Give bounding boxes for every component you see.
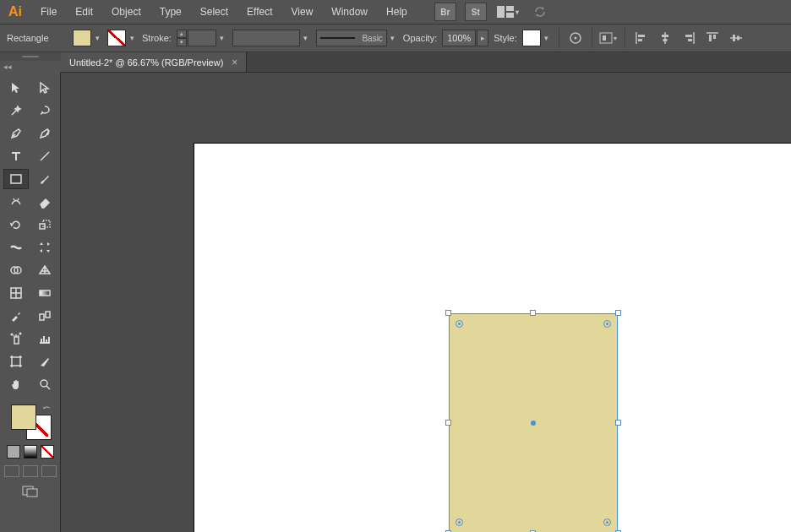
brush-field[interactable]: Basic xyxy=(316,30,387,46)
eyedropper-tool[interactable] xyxy=(3,306,29,326)
swap-fill-stroke-icon[interactable]: ⤺ xyxy=(43,403,50,412)
selected-rectangle[interactable] xyxy=(449,313,618,532)
stroke-weight-field[interactable]: ▴▾ ▾ xyxy=(177,30,227,46)
magic-wand-tool[interactable] xyxy=(3,100,29,121)
blend-tool[interactable] xyxy=(32,306,57,326)
screen-mode-button[interactable] xyxy=(0,486,60,497)
document-tab[interactable]: Untitled-2* @ 66.67% (RGB/Preview) × xyxy=(61,52,247,72)
mesh-tool[interactable] xyxy=(3,283,29,303)
direct-selection-tool[interactable] xyxy=(32,78,57,98)
close-tab-button[interactable]: × xyxy=(232,57,237,68)
scale-tool[interactable] xyxy=(32,214,57,235)
menu-type[interactable]: Type xyxy=(151,3,190,21)
chevron-down-icon[interactable]: ▾ xyxy=(217,30,227,46)
shape-builder-tool[interactable] xyxy=(3,260,29,280)
selection-tool[interactable] xyxy=(3,78,29,98)
recolor-artwork-button[interactable] xyxy=(566,29,585,47)
type-tool[interactable] xyxy=(3,146,29,166)
bridge-button[interactable]: Br xyxy=(434,3,456,21)
rectangle-tool[interactable] xyxy=(3,169,29,189)
opacity-expand-icon[interactable]: ▸ xyxy=(477,30,488,46)
stroke-swatch-group[interactable]: ▾ xyxy=(107,30,137,46)
align-right-button[interactable] xyxy=(679,29,698,47)
resize-handle-tl[interactable] xyxy=(445,310,451,316)
menu-help[interactable]: Help xyxy=(378,3,416,21)
symbol-sprayer-tool[interactable] xyxy=(3,328,29,349)
sync-settings-button[interactable] xyxy=(529,3,551,21)
free-transform-tool[interactable] xyxy=(32,237,57,258)
menu-select[interactable]: Select xyxy=(192,3,237,21)
corner-radius-handle[interactable] xyxy=(456,518,463,526)
color-mode-solid[interactable] xyxy=(7,445,20,459)
resize-handle-ml[interactable] xyxy=(445,420,451,426)
menu-file[interactable]: File xyxy=(32,3,65,21)
shaper-tool[interactable] xyxy=(3,192,29,212)
collapse-panel-button[interactable]: ◂◂ xyxy=(0,61,15,73)
brush-definition[interactable]: Basic ▾ xyxy=(316,30,398,46)
draw-behind-button[interactable] xyxy=(23,465,38,477)
opacity-control[interactable]: 100% ▸ xyxy=(442,30,488,46)
svg-rect-31 xyxy=(14,337,19,344)
opacity-input[interactable]: 100% xyxy=(442,30,476,46)
chevron-down-icon[interactable]: ▾ xyxy=(127,30,137,46)
draw-inside-button[interactable] xyxy=(41,465,57,477)
artboard-tool[interactable] xyxy=(3,351,29,372)
menu-object[interactable]: Object xyxy=(103,3,150,21)
menu-effect[interactable]: Effect xyxy=(238,3,281,21)
resize-handle-tm[interactable] xyxy=(530,310,536,316)
eraser-tool[interactable] xyxy=(32,192,57,212)
perspective-grid-tool[interactable] xyxy=(32,260,57,280)
slice-tool[interactable] xyxy=(32,351,57,372)
corner-radius-handle[interactable] xyxy=(603,320,611,328)
corner-radius-handle[interactable] xyxy=(603,518,611,526)
chevron-down-icon[interactable]: ▾ xyxy=(92,30,102,46)
stock-button[interactable]: St xyxy=(465,3,487,21)
menu-window[interactable]: Window xyxy=(323,3,376,21)
color-mode-none[interactable] xyxy=(41,445,54,459)
style-swatch[interactable] xyxy=(522,30,541,46)
fill-swatch[interactable] xyxy=(73,30,91,46)
width-tool[interactable] xyxy=(3,237,29,258)
stroke-weight-input[interactable] xyxy=(188,30,216,46)
align-top-button[interactable] xyxy=(703,29,722,47)
align-left-button[interactable] xyxy=(632,29,651,47)
rotate-tool[interactable] xyxy=(3,214,29,235)
opacity-label: Opacity: xyxy=(403,33,437,43)
menu-edit[interactable]: Edit xyxy=(67,3,101,21)
variable-width-profile[interactable]: ▾ xyxy=(232,30,311,46)
gradient-tool[interactable] xyxy=(32,283,57,303)
fill-stroke-indicator[interactable]: ⤺ xyxy=(9,403,52,440)
curvature-tool[interactable] xyxy=(32,123,57,144)
svg-rect-12 xyxy=(663,39,667,41)
align-hcenter-button[interactable] xyxy=(656,29,674,47)
draw-normal-button[interactable] xyxy=(4,465,19,477)
resize-handle-tr[interactable] xyxy=(615,310,621,316)
corner-radius-handle[interactable] xyxy=(456,320,463,328)
hand-tool[interactable] xyxy=(3,374,29,394)
fill-color-indicator[interactable] xyxy=(11,404,36,430)
align-panel-button[interactable]: ▾ xyxy=(599,29,618,47)
canvas-area[interactable] xyxy=(61,73,791,532)
fill-swatch-group[interactable]: ▾ xyxy=(73,30,102,46)
zoom-tool[interactable] xyxy=(32,374,57,394)
width-profile-field[interactable] xyxy=(232,30,300,46)
panel-drag-handle[interactable] xyxy=(0,52,61,61)
chevron-down-icon[interactable]: ▾ xyxy=(301,30,311,46)
chevron-down-icon[interactable]: ▾ xyxy=(388,30,398,46)
paintbrush-tool[interactable] xyxy=(32,169,57,189)
pen-tool[interactable] xyxy=(3,123,29,144)
stroke-weight-label: Stroke: xyxy=(142,33,172,43)
stroke-swatch[interactable] xyxy=(107,30,126,46)
menu-view[interactable]: View xyxy=(283,3,322,21)
graphic-style[interactable]: ▾ xyxy=(522,30,552,46)
lasso-tool[interactable] xyxy=(32,100,57,121)
column-graph-tool[interactable] xyxy=(32,328,57,349)
resize-handle-mr[interactable] xyxy=(615,420,621,426)
color-mode-gradient[interactable] xyxy=(24,445,37,459)
arrange-documents-button[interactable]: ▾ xyxy=(495,3,521,21)
align-vcenter-button[interactable] xyxy=(727,29,745,47)
line-segment-tool[interactable] xyxy=(32,146,57,166)
document-tab-strip: Untitled-2* @ 66.67% (RGB/Preview) × xyxy=(61,52,791,73)
stroke-weight-spinner[interactable]: ▴▾ xyxy=(177,30,187,46)
chevron-down-icon[interactable]: ▾ xyxy=(542,30,552,46)
